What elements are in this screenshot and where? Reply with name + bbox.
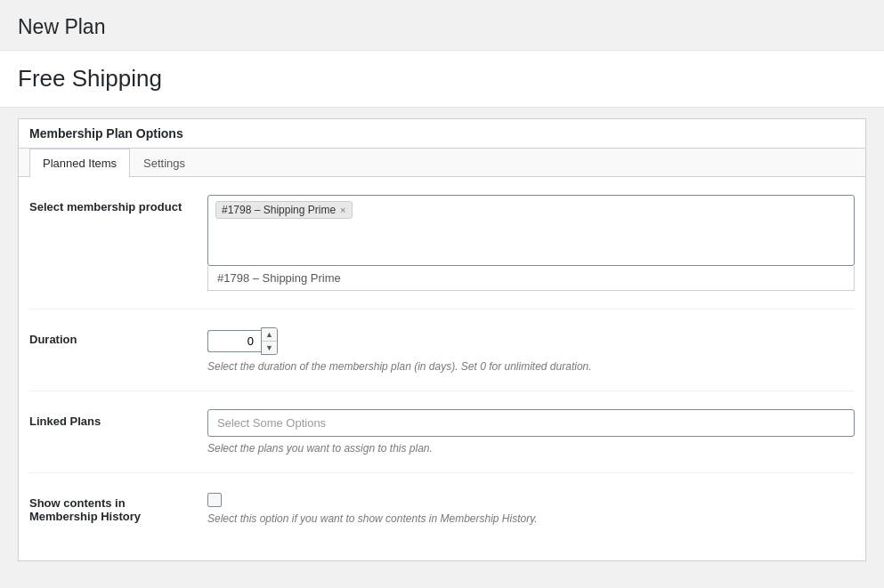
duration-help-text: Select the duration of the membership pl… bbox=[207, 360, 855, 373]
duration-spinner: ▲ ▼ bbox=[261, 327, 278, 355]
membership-product-field: #1798 – Shipping Prime × #1798 – Shippin… bbox=[207, 195, 855, 291]
tab-planned-items[interactable]: Planned Items bbox=[29, 149, 130, 177]
linked-plans-help-text: Select the plans you want to assign to t… bbox=[207, 442, 855, 455]
membership-tag: #1798 – Shipping Prime × bbox=[215, 201, 353, 219]
tab-settings[interactable]: Settings bbox=[130, 149, 199, 177]
form-row-linked-plans: Linked Plans Select Some Options Select … bbox=[29, 409, 855, 473]
plan-name-section bbox=[0, 50, 884, 108]
show-contents-checkbox-wrapper bbox=[207, 491, 855, 507]
main-container: Membership Plan Options Planned Items Se… bbox=[0, 118, 884, 561]
membership-product-label: Select membership product bbox=[29, 195, 207, 213]
tag-label: #1798 – Shipping Prime bbox=[222, 204, 336, 216]
show-contents-checkbox[interactable] bbox=[207, 493, 222, 507]
spinner-up-button[interactable]: ▲ bbox=[262, 328, 277, 342]
show-contents-field: Select this option if you want to show c… bbox=[207, 491, 855, 525]
linked-plans-field: Select Some Options Select the plans you… bbox=[207, 409, 855, 455]
tab-content-planned-items: Select membership product #1798 – Shippi… bbox=[19, 177, 865, 560]
membership-product-box[interactable]: #1798 – Shipping Prime × bbox=[207, 195, 855, 266]
show-contents-help-text: Select this option if you want to show c… bbox=[207, 512, 855, 525]
duration-input[interactable] bbox=[207, 330, 261, 352]
meta-box-title: Membership Plan Options bbox=[29, 126, 183, 141]
meta-box-header: Membership Plan Options bbox=[19, 119, 865, 149]
plan-name-input[interactable] bbox=[18, 65, 866, 93]
page-title: New Plan bbox=[18, 14, 866, 41]
duration-label: Duration bbox=[29, 327, 207, 346]
show-contents-label: Show contents in Membership History bbox=[29, 491, 207, 523]
duration-wrapper: ▲ ▼ bbox=[207, 327, 855, 355]
form-row-duration: Duration ▲ ▼ Select the duration of the … bbox=[29, 327, 855, 391]
spinner-down-button[interactable]: ▼ bbox=[262, 342, 277, 354]
meta-box: Membership Plan Options Planned Items Se… bbox=[18, 118, 866, 561]
tag-remove-button[interactable]: × bbox=[340, 205, 345, 215]
dropdown-suggestion: #1798 – Shipping Prime bbox=[207, 266, 855, 291]
linked-plans-label: Linked Plans bbox=[29, 409, 207, 428]
suggestion-item[interactable]: #1798 – Shipping Prime bbox=[208, 266, 854, 290]
membership-product-input[interactable] bbox=[215, 226, 847, 239]
linked-plans-select[interactable]: Select Some Options bbox=[207, 409, 855, 437]
form-row-membership: Select membership product #1798 – Shippi… bbox=[29, 195, 855, 310]
page-header: New Plan bbox=[0, 0, 884, 50]
tabs-nav: Planned Items Settings bbox=[19, 149, 865, 177]
form-row-show-contents: Show contents in Membership History Sele… bbox=[29, 491, 855, 543]
duration-field: ▲ ▼ Select the duration of the membershi… bbox=[207, 327, 855, 373]
